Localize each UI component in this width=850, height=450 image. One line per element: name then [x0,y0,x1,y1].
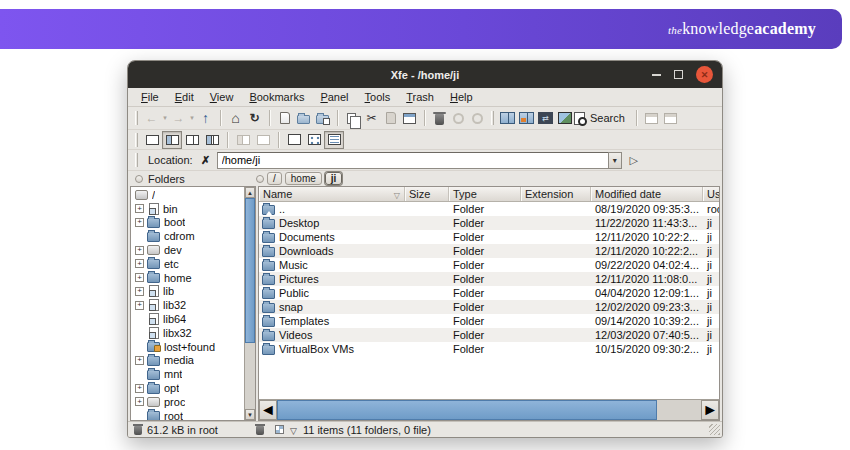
titlebar[interactable]: Xfe - /home/ji [128,61,722,88]
expander-icon[interactable] [135,384,144,393]
tree-item-cdrom[interactable]: cdrom [131,229,244,243]
file-row-templates[interactable]: TemplatesFolder09/14/2020 10:39:2...ji [259,314,719,328]
refresh-button[interactable] [245,108,264,128]
redo-button[interactable] [661,108,680,128]
horizontal-scrollbar[interactable] [258,399,720,421]
up-button[interactable] [196,108,215,128]
toolbar-grip[interactable] [135,133,138,147]
one-panel-button[interactable] [142,131,162,149]
home-button[interactable] [226,108,245,128]
maximize-button[interactable] [674,70,683,79]
tree-item-dev[interactable]: dev [131,243,244,257]
expander-icon[interactable] [135,204,144,213]
toolbar-grip[interactable] [491,111,494,125]
location-input[interactable] [217,152,609,169]
vertical-panels-button[interactable] [233,131,253,149]
menu-tools[interactable]: Tools [357,89,399,105]
file-row-music[interactable]: MusicFolder09/22/2020 04:02:4...ji [259,258,719,272]
horizontal-scrollbar-track[interactable] [657,400,701,420]
tree-and-panel-button[interactable] [162,131,182,149]
column-header-user[interactable]: User [703,187,719,201]
tree-item-opt[interactable]: opt [131,381,244,395]
undo-button[interactable] [642,108,661,128]
expander-icon[interactable] [135,301,144,310]
expander-icon[interactable] [135,356,144,365]
tree-item-bin[interactable]: bin [131,202,244,216]
forward-button[interactable] [169,108,188,128]
back-button[interactable] [142,108,161,128]
close-button[interactable] [696,66,713,83]
new-file-button[interactable] [275,108,294,128]
detailed-list-view-button[interactable] [324,131,344,149]
path-toggle-icon[interactable] [256,175,264,183]
menu-file[interactable]: File [133,89,167,105]
tree-item-media[interactable]: media [131,354,244,368]
menu-help[interactable]: Help [442,89,481,105]
horizontal-split-button[interactable] [253,131,273,149]
expander-icon[interactable] [135,246,144,255]
menu-view[interactable]: View [202,89,242,105]
location-dropdown-button[interactable] [608,152,622,169]
file-row-documents[interactable]: DocumentsFolder12/11/2020 10:22:2...ji [259,230,719,244]
tree-scrollbar[interactable] [244,187,255,420]
column-header-size[interactable]: Size [405,187,449,201]
properties-button[interactable] [400,108,419,128]
tree-item-root-user[interactable]: root [131,409,244,420]
minimize-button[interactable] [652,74,661,76]
switch-panels-button[interactable] [536,108,555,128]
file-row-up[interactable]: ..Folder08/19/2020 09:35:3...root [259,202,719,216]
tree-item-lib64[interactable]: lib64 [131,312,244,326]
column-header-type[interactable]: Type [449,187,521,201]
tree-item-proc[interactable]: proc [131,395,244,409]
paste-button[interactable] [381,108,400,128]
tree-item-lib[interactable]: lib [131,285,244,299]
filter-icon[interactable] [290,424,297,436]
tree-item-libx32[interactable]: libx32 [131,326,244,340]
new-symlink-button[interactable] [313,108,332,128]
file-row-virtualbox-vms[interactable]: VirtualBox VMsFolder10/15/2020 09:30:2..… [259,342,719,356]
menu-trash[interactable]: Trash [398,89,442,105]
menu-bookmarks[interactable]: Bookmarks [241,89,312,105]
expander-icon[interactable] [135,397,144,406]
column-header-name[interactable]: Name [259,187,405,201]
tree-item-lost-found[interactable]: lost+found [131,340,244,354]
horizontal-panels-button[interactable] [498,108,517,128]
tree-scrollbar-thumb[interactable] [245,198,255,343]
menu-edit[interactable]: Edit [167,89,202,105]
trash-icon[interactable] [256,426,264,435]
scroll-up-button[interactable] [245,187,255,198]
tree-item-root[interactable]: / [131,188,244,202]
clear-location-button[interactable] [199,152,213,168]
thumbnails-toggle-icon[interactable] [275,425,284,434]
expander-icon[interactable] [135,259,144,268]
tree-panel-button[interactable] [517,108,536,128]
forward-history-caret[interactable] [188,108,196,128]
expander-icon[interactable] [135,287,144,296]
restore-from-trash-button[interactable] [449,108,468,128]
preview-button[interactable] [555,108,574,128]
folders-toggle-icon[interactable] [135,175,143,183]
move-to-trash-button[interactable] [430,108,449,128]
file-row-downloads[interactable]: DownloadsFolder12/11/2020 10:22:2...ji [259,244,719,258]
scroll-down-button[interactable] [245,409,255,420]
scroll-left-button[interactable] [259,400,277,420]
column-header-modified[interactable]: Modified date [591,187,703,201]
two-panels-button[interactable] [182,131,202,149]
back-history-caret[interactable] [161,108,169,128]
path-button-ji[interactable]: ji [325,172,343,185]
scroll-right-button[interactable] [701,400,719,420]
tree-scrollbar-track[interactable] [245,343,255,409]
tree-item-lib32[interactable]: lib32 [131,298,244,312]
file-row-snap[interactable]: snapFolder12/02/2020 09:23:3...ji [259,300,719,314]
file-row-public[interactable]: PublicFolder04/04/2020 12:09:1...ji [259,286,719,300]
small-icons-view-button[interactable] [304,131,324,149]
file-row-pictures[interactable]: PicturesFolder12/11/2020 11:08:0...ji [259,272,719,286]
column-header-extension[interactable]: Extension [521,187,591,201]
tree-and-two-panels-button[interactable] [202,131,222,149]
delete-button[interactable] [468,108,487,128]
menu-panel[interactable]: Panel [312,89,356,105]
path-button-home[interactable]: home [285,172,322,185]
path-button-root[interactable]: / [267,172,282,185]
cut-button[interactable] [362,108,381,128]
tree-item-home[interactable]: home [131,271,244,285]
